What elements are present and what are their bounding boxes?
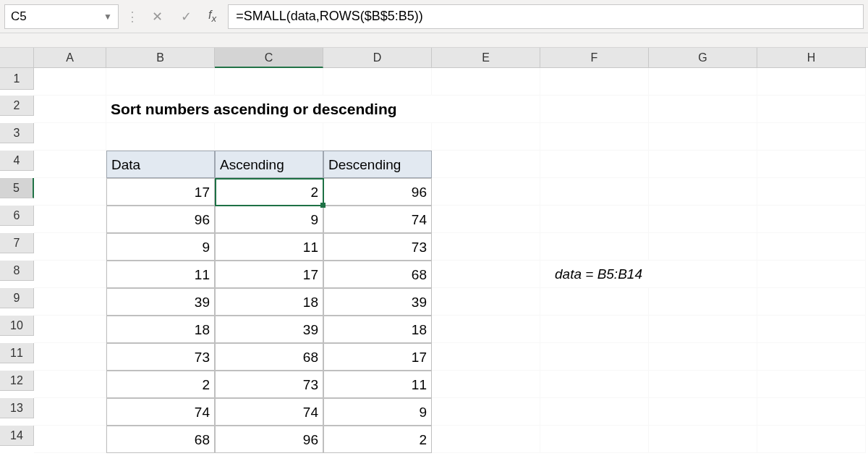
cell-E7[interactable] [432, 233, 540, 261]
cell-C8[interactable]: 17 [215, 261, 323, 288]
cell-F1[interactable] [540, 68, 649, 96]
cell-F10[interactable] [540, 316, 649, 343]
col-header-D[interactable]: D [323, 48, 432, 68]
row-header-4[interactable]: 4 [0, 151, 34, 171]
formula-input[interactable]: =SMALL(data,ROWS($B$5:B5)) [228, 4, 864, 29]
cell-D12[interactable]: 11 [323, 371, 432, 398]
cell-H9[interactable] [757, 288, 866, 316]
cell-H1[interactable] [757, 68, 866, 96]
col-header-C[interactable]: C [215, 48, 323, 68]
cell-D8[interactable]: 68 [323, 261, 432, 288]
cell-G9[interactable] [649, 288, 757, 316]
col-header-G[interactable]: G [649, 48, 757, 68]
cell-A10[interactable] [34, 316, 106, 343]
cell-G12[interactable] [649, 371, 757, 398]
cell-A1[interactable] [34, 68, 106, 96]
col-header-B[interactable]: B [106, 48, 215, 68]
cell-H4[interactable] [757, 151, 866, 178]
row-header-14[interactable]: 14 [0, 426, 34, 446]
cell-E8[interactable] [432, 261, 540, 288]
cell-A12[interactable] [34, 371, 106, 398]
cell-B13[interactable]: 74 [106, 398, 215, 426]
cell-D11[interactable]: 17 [323, 343, 432, 371]
select-all-corner[interactable] [0, 48, 34, 68]
cell-C7[interactable]: 11 [215, 233, 323, 261]
cell-F14[interactable] [540, 426, 649, 453]
cell-B3[interactable] [106, 123, 215, 151]
cell-B5[interactable]: 17 [106, 178, 215, 206]
cell-H12[interactable] [757, 371, 866, 398]
cell-D13[interactable]: 9 [323, 398, 432, 426]
col-header-F[interactable]: F [540, 48, 649, 68]
cell-H14[interactable] [757, 426, 866, 453]
row-header-5[interactable]: 5 [0, 178, 34, 198]
cell-A5[interactable] [34, 178, 106, 206]
cell-F6[interactable] [540, 206, 649, 233]
enter-icon[interactable]: ✓ [175, 9, 197, 25]
cell-D6[interactable]: 74 [323, 206, 432, 233]
cell-C11[interactable]: 68 [215, 343, 323, 371]
cell-G7[interactable] [649, 233, 757, 261]
cell-G5[interactable] [649, 178, 757, 206]
named-range-note[interactable]: data = B5:B14 [540, 261, 757, 288]
row-header-1[interactable]: 1 [0, 68, 34, 90]
cell-E14[interactable] [432, 426, 540, 453]
row-header-2[interactable]: 2 [0, 96, 34, 116]
row-header-10[interactable]: 10 [0, 316, 34, 336]
cell-F7[interactable] [540, 233, 649, 261]
table-header-desc[interactable]: Descending [323, 151, 432, 178]
cell-A3[interactable] [34, 123, 106, 151]
cell-H10[interactable] [757, 316, 866, 343]
row-header-11[interactable]: 11 [0, 343, 34, 363]
cell-H11[interactable] [757, 343, 866, 371]
cell-G3[interactable] [649, 123, 757, 151]
page-title[interactable]: Sort numbers ascending or descending [106, 96, 540, 123]
cell-G10[interactable] [649, 316, 757, 343]
cell-G11[interactable] [649, 343, 757, 371]
cell-G2[interactable] [649, 96, 757, 123]
col-header-E[interactable]: E [432, 48, 540, 68]
name-box[interactable]: C5 ▼ [4, 4, 119, 29]
cell-H13[interactable] [757, 398, 866, 426]
cell-F2[interactable] [540, 96, 649, 123]
cell-C1[interactable] [215, 68, 323, 96]
cell-E3[interactable] [432, 123, 540, 151]
cell-B6[interactable]: 96 [106, 206, 215, 233]
cell-E13[interactable] [432, 398, 540, 426]
cell-E11[interactable] [432, 343, 540, 371]
cell-A6[interactable] [34, 206, 106, 233]
cell-D5[interactable]: 96 [323, 178, 432, 206]
cell-B7[interactable]: 9 [106, 233, 215, 261]
cell-A8[interactable] [34, 261, 106, 288]
cell-D10[interactable]: 18 [323, 316, 432, 343]
col-header-A[interactable]: A [34, 48, 106, 68]
cell-E1[interactable] [432, 68, 540, 96]
cell-G1[interactable] [649, 68, 757, 96]
cell-A14[interactable] [34, 426, 106, 453]
row-header-9[interactable]: 9 [0, 288, 34, 308]
cell-H7[interactable] [757, 233, 866, 261]
cell-H5[interactable] [757, 178, 866, 206]
cell-B14[interactable]: 68 [106, 426, 215, 453]
cell-H2[interactable] [757, 96, 866, 123]
fx-icon[interactable]: fx [208, 9, 216, 24]
row-header-3[interactable]: 3 [0, 123, 34, 143]
cell-C3[interactable] [215, 123, 323, 151]
spreadsheet-grid[interactable]: A B C D E F G H 1 2 Sort numbers ascendi… [0, 48, 868, 453]
cell-C13[interactable]: 74 [215, 398, 323, 426]
cell-B11[interactable]: 73 [106, 343, 215, 371]
cell-E9[interactable] [432, 288, 540, 316]
cell-D7[interactable]: 73 [323, 233, 432, 261]
row-header-12[interactable]: 12 [0, 371, 34, 391]
cell-F12[interactable] [540, 371, 649, 398]
cell-A13[interactable] [34, 398, 106, 426]
cell-C10[interactable]: 39 [215, 316, 323, 343]
cell-G13[interactable] [649, 398, 757, 426]
cell-E4[interactable] [432, 151, 540, 178]
cell-C5[interactable]: 2 [215, 178, 323, 206]
cell-G14[interactable] [649, 426, 757, 453]
cell-A7[interactable] [34, 233, 106, 261]
table-header-asc[interactable]: Ascending [215, 151, 323, 178]
cancel-icon[interactable]: ✕ [146, 9, 168, 25]
chevron-down-icon[interactable]: ▼ [103, 12, 112, 22]
